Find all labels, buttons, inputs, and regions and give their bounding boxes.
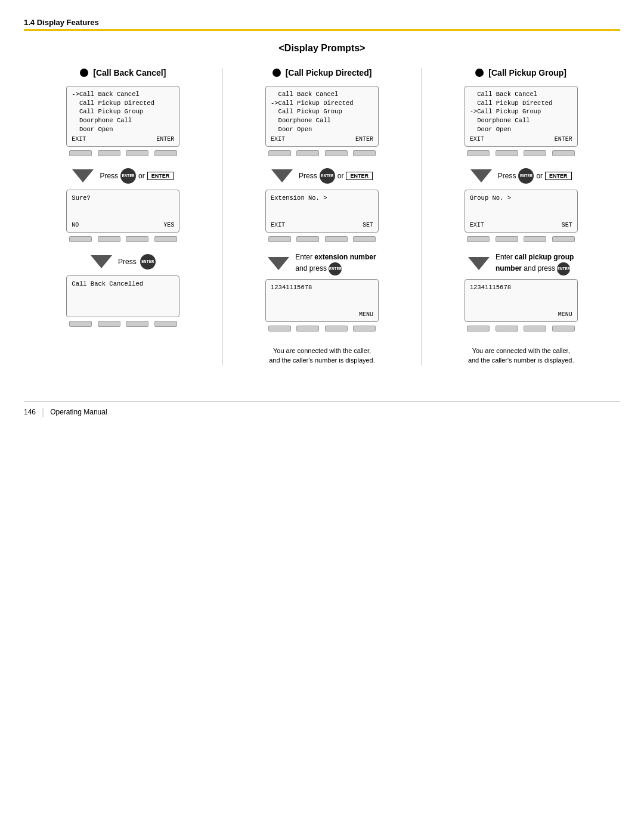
col3-sk4 [552,150,575,156]
col3-sk6 [496,236,518,242]
col2-arrow1 [271,169,293,182]
col3-softkey-row2 [465,236,578,242]
col1-softkey-row3 [66,321,179,327]
page-footer: 146 | Operating Manual [24,401,620,417]
col2-ext-bottom: EXIT SET [271,222,373,228]
col2-result-screen: 12341115678 MENU [265,279,379,322]
col1-sk10 [98,321,120,327]
col1-press-label1: Press [100,172,118,180]
col3-menu-screen: Call Back Cancel Call Pickup Directed ->… [465,86,578,147]
col1-result-line: Call Back Cancelled [72,280,174,289]
col2-sk5 [268,236,291,242]
col2-bullet [273,69,281,77]
page-number: 146 [24,408,36,416]
col2-title: [Call Pickup Directed] [273,68,372,78]
col3-exit-label: EXIT [470,136,484,143]
col1-menu-line4: Doorphone Call [72,116,174,125]
column-call-back-cancel: [Call Back Cancel] ->Call Back Cancel Ca… [24,68,223,366]
col1-sk1 [69,150,92,156]
col2-sk9 [268,326,291,332]
col3-menu-line3: ->Call Pickup Group [470,107,572,116]
col3-menu-bottom: EXIT ENTER [470,136,572,143]
column-call-pickup-directed: [Call Pickup Directed] Call Back Cancel … [223,68,422,366]
col1-confirm-screen: Sure? NO YES [66,190,179,233]
col3-enter-label: ENTER [555,136,572,143]
col2-menu-line5: Door Open [271,125,373,134]
col1-sk6 [98,236,120,242]
col1-enter-circle1: ENTER [120,168,136,184]
col2-step2-label: Enter extension numberand press ENTER [295,252,376,275]
col1-sure-line: Sure? [72,194,174,203]
col1-enter-label: ENTER [156,136,174,143]
col2-enter-box1: ENTER [346,172,373,180]
col2-press-label1: Press [299,172,317,180]
col2-enter-label: ENTER [355,136,373,143]
col1-menu-line5: Door Open [72,125,174,134]
col2-result-bottom: MENU [271,311,373,318]
col2-sk7 [325,236,348,242]
col3-softkey-row3 [465,326,578,332]
col1-sk8 [154,236,177,242]
col2-sk2 [296,150,319,156]
col2-sk8 [353,236,376,242]
columns-container: [Call Back Cancel] ->Call Back Cancel Ca… [24,68,620,366]
col1-menu-line1: ->Call Back Cancel [72,90,174,99]
col2-sk1 [268,150,291,156]
col2-menu-screen: Call Back Cancel ->Call Pickup Directed … [265,86,379,147]
col2-ext-exit: EXIT [271,222,285,228]
col3-sk7 [524,236,546,242]
col1-no-label: NO [72,222,79,228]
col1-press-label2: Press [118,258,137,266]
col3-group-exit: EXIT [470,222,484,228]
col1-or-label1: or [138,172,145,180]
col2-sk10 [296,326,319,332]
col2-menu-line1: Call Back Cancel [271,90,373,99]
col1-softkey-row1 [66,150,179,156]
col2-sk3 [325,150,348,156]
footer-label: Operating Manual [50,408,107,416]
col2-softkey-row1 [265,150,379,156]
col3-arrow2 [468,257,490,270]
col2-ext-set: SET [363,222,373,228]
col3-result-bottom: MENU [470,311,572,318]
col1-menu-screen: ->Call Back Cancel Call Pickup Directed … [66,86,179,147]
col2-menu-line3: Call Pickup Group [271,107,373,116]
col1-sk5 [69,236,92,242]
col1-menu-line2: Call Pickup Directed [72,99,174,108]
col3-sk8 [552,236,575,242]
col3-sk12 [552,326,575,332]
col1-result-screen: Call Back Cancelled [66,275,179,317]
col3-menu-line4: Doorphone Call [470,116,572,125]
col3-menu-line2: Call Pickup Directed [470,99,572,108]
col3-title-label: [Call Pickup Group] [488,68,566,78]
col1-arrow2 [91,255,112,268]
col2-sk11 [325,326,348,332]
col2-ext-prompt: Extension No. > [271,194,373,203]
col2-menu-bottom: EXIT ENTER [271,136,373,143]
col1-bullet [80,69,88,77]
column-call-pickup-group: [Call Pickup Group] Call Back Cancel Cal… [422,68,620,366]
col3-or-label: or [536,172,543,180]
col2-or-label: or [338,172,344,180]
col3-sk11 [524,326,546,332]
col1-menu-line3: Call Pickup Group [72,107,174,116]
col3-enter-circle2: ENTER [557,262,570,275]
col1-arrow1 [72,169,94,182]
col2-menu-line4: Doorphone Call [271,116,373,125]
col3-enter-circle1: ENTER [518,168,534,184]
col3-group-bottom: EXIT SET [470,222,572,228]
col1-yes-label: YES [163,222,174,228]
col1-sk3 [126,150,148,156]
col3-sk5 [467,236,490,242]
col1-step1-row: Press ENTER or ENTER [72,166,174,186]
col1-title-label: [Call Back Cancel] [93,68,166,78]
col2-softkey-row3 [265,326,379,332]
col2-enter-circle2: ENTER [329,262,342,275]
col3-step2-label: Enter call pickup groupnumber and press … [496,252,574,275]
col2-enter-circle1: ENTER [320,168,335,184]
col3-footer: You are connected with the caller,and th… [468,346,574,366]
col3-menu-line5: Door Open [470,125,572,134]
col1-sk7 [126,236,148,242]
col1-sk9 [69,321,92,327]
col3-arrow1 [470,169,492,182]
